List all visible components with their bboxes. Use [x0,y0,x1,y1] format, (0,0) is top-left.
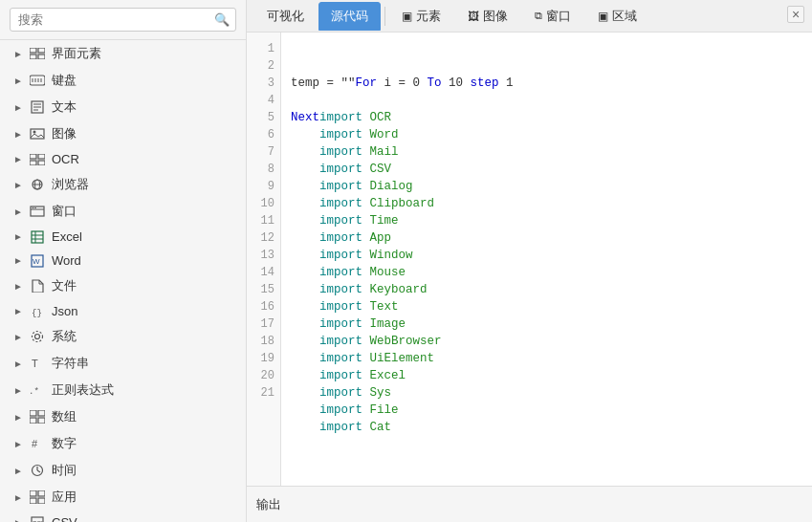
line-number-21: 21 [247,384,280,402]
svg-rect-26 [32,231,43,243]
sidebar-arrow-1: ► [13,76,23,86]
sidebar-arrow-6: ► [13,207,23,217]
tab-elements[interactable]: ▣ 元素 [389,2,453,31]
elements-icon: ▣ [402,10,412,23]
sidebar-item-0[interactable]: ►界面元素 [0,40,246,67]
output-panel: 输出 [247,486,812,522]
sidebar-item-7[interactable]: ►Excel [0,225,246,249]
svg-rect-13 [31,129,44,139]
svg-rect-15 [30,154,36,159]
svg-point-24 [33,207,34,209]
output-label: 输出 [256,496,281,513]
sidebar-item-15[interactable]: ►#数字 [0,430,246,457]
sidebar-item-10[interactable]: ►{}Json [0,299,246,323]
code-line-15: import Image [291,315,802,333]
line-number-1: 1 [247,40,280,57]
tab-visualize[interactable]: 可视化 [254,2,317,31]
sidebar-item-icon-17 [29,490,46,504]
sidebar-item-label-1: 键盘 [52,72,77,89]
window-icon: ⧉ [535,10,542,22]
sidebar-item-label-14: 数组 [52,408,77,425]
sidebar-item-16[interactable]: ►时间 [0,457,246,484]
tab-window[interactable]: ⧉ 窗口 [522,2,583,31]
code-line-3: Nextimport OCR [291,109,802,126]
sidebar-item-3[interactable]: ►图像 [0,120,246,147]
sidebar-arrow-17: ► [13,492,23,503]
line-number-3: 3 [247,75,280,92]
editor-area: 123456789101112131415161718192021 temp =… [247,33,812,486]
sidebar-arrow-3: ► [13,129,23,140]
code-line-8: import Clipboard [291,195,802,212]
svg-rect-17 [30,161,36,165]
sidebar-item-12[interactable]: ►T字符串 [0,350,246,377]
close-button[interactable]: × [787,6,804,23]
sidebar-arrow-9: ► [13,281,23,292]
sidebar-item-8[interactable]: ►WWord [0,249,246,272]
sidebar-item-1[interactable]: ►键盘 [0,67,246,94]
svg-point-34 [33,332,43,342]
sidebar-item-18[interactable]: ►CSVCSV [0,511,246,522]
main-content: 可视化 源代码 ▣ 元素 🖼 图像 ⧉ 窗口 ▣ 区域 × 1234567891… [247,0,812,522]
sidebar-item-9[interactable]: ►文件 [0,272,246,299]
svg-rect-0 [30,48,36,53]
code-line-2 [291,92,802,109]
sidebar-item-14[interactable]: ►数组 [0,403,246,430]
sidebar-item-icon-12: T [29,357,46,370]
sidebar-item-icon-1 [29,74,46,87]
sidebar-item-2[interactable]: ►文本 [0,94,246,120]
line-number-11: 11 [247,212,280,229]
svg-rect-1 [38,48,45,53]
sidebar-item-label-4: OCR [52,152,79,166]
code-line-19: import Sys [291,384,802,402]
line-number-16: 16 [247,298,280,315]
sidebar-item-17[interactable]: ►应用 [0,484,246,511]
sidebar-arrow-7: ► [13,231,23,242]
search-input[interactable] [10,8,236,32]
tab-region[interactable]: ▣ 区域 [585,2,649,31]
sidebar-arrow-8: ► [13,255,23,266]
code-line-6: import CSV [291,161,802,178]
sidebar-arrow-4: ► [13,154,23,164]
line-number-12: 12 [247,229,280,247]
svg-rect-45 [30,490,36,496]
line-number-5: 5 [247,109,280,126]
sidebar-item-icon-4 [29,153,46,166]
sidebar-item-label-7: Excel [52,229,82,244]
sidebar-arrow-11: ► [13,332,23,342]
sidebar-arrow-10: ► [13,306,23,316]
sidebar-item-label-15: 数字 [52,435,77,452]
sidebar-item-label-5: 浏览器 [52,176,89,193]
svg-rect-37 [30,410,36,416]
line-number-9: 9 [247,178,280,195]
sidebar-item-label-10: Json [52,304,77,318]
line-number-20: 20 [247,367,280,384]
svg-rect-18 [38,161,45,165]
sidebar-item-label-11: 系统 [52,328,77,345]
line-number-10: 10 [247,195,280,212]
sidebar-item-icon-18: CSV [29,516,46,523]
sidebar-item-label-17: 应用 [52,489,77,506]
svg-text:W: W [33,257,40,266]
sidebar-item-11[interactable]: ►系统 [0,323,246,350]
code-content[interactable]: temp = ""For i = 0 To 10 step 1Nextimpor… [281,33,812,486]
tab-image[interactable]: 🖼 图像 [455,2,520,31]
svg-point-33 [35,335,40,339]
code-line-18: import Excel [291,367,802,384]
sidebar-item-label-8: Word [52,253,81,268]
sidebar-item-icon-2 [29,100,46,114]
sidebar-item-icon-15: # [29,437,46,450]
svg-text:{}: {} [32,309,42,318]
sidebar-arrow-16: ► [13,466,23,476]
svg-rect-48 [38,498,45,504]
tab-source[interactable]: 源代码 [318,2,381,31]
svg-text:.*: .* [29,387,39,396]
svg-rect-2 [30,54,36,59]
svg-rect-38 [38,410,45,416]
sidebar-item-4[interactable]: ►OCR [0,147,246,171]
sidebar-item-6[interactable]: ►窗口 [0,198,246,225]
sidebar-arrow-5: ► [13,180,23,190]
svg-rect-3 [38,54,45,59]
sidebar-item-13[interactable]: ►.*正则表达式 [0,377,246,403]
sidebar-item-5[interactable]: ►浏览器 [0,171,246,198]
sidebar: 🔍 ►界面元素►键盘►文本►图像►OCR►浏览器►窗口►Excel►WWord►… [0,0,247,522]
